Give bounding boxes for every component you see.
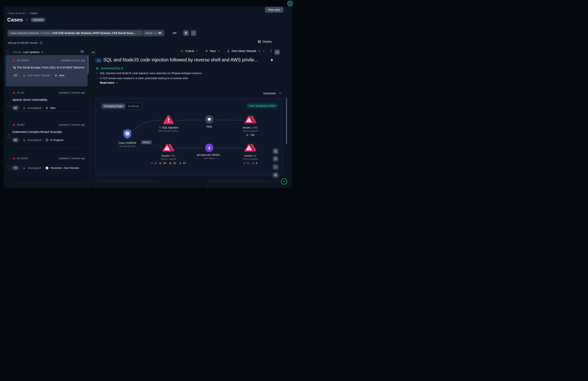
- case-checkbox[interactable]: [7, 166, 11, 169]
- case-more-options-button[interactable]: [271, 49, 272, 53]
- case-id: ID-13638: [17, 157, 28, 160]
- case-checkbox[interactable]: [7, 69, 11, 73]
- case-status: New: [50, 106, 55, 109]
- case-updated: Updated 2 months ago: [59, 91, 85, 94]
- graph-fit-view-button[interactable]: [273, 172, 278, 178]
- graph-node-sql-injection[interactable]: SQL Injection SQL injection (SQLi): [149, 115, 188, 132]
- detail-scrollbar[interactable]: [286, 98, 287, 144]
- sort-direction-button[interactable]: [80, 50, 84, 54]
- section-selector-dropdown[interactable]: Overview: [263, 92, 282, 95]
- case-title[interactable]: Apache Struts Vulnerability: [12, 98, 85, 101]
- assignee-icon: [23, 167, 25, 169]
- user-icon: [205, 144, 213, 152]
- new-case-button[interactable]: New case: [265, 7, 283, 13]
- graph-node-case[interactable]: Case #109203 Security Domain: [108, 128, 147, 147]
- ai-summary-bullet: SQL injection and NodeJS code injection …: [100, 72, 202, 75]
- case-checkbox[interactable]: [7, 135, 11, 138]
- filter-field: Case Detection Methods: [10, 32, 39, 35]
- tab-evidence[interactable]: Evidence: [126, 103, 141, 109]
- display-label: Display: [262, 40, 272, 43]
- node-name: Issues (78): [149, 154, 187, 157]
- unsaved-badge: Unsaved: [31, 18, 45, 22]
- severity-critical-icon: [12, 123, 16, 126]
- graph-node-user[interactable]: arn:aws:sts::00304... User Name: [190, 144, 228, 159]
- collapse-panel-icon: [92, 51, 95, 54]
- main-panel: Cases & Issues › Cases Cases Unsaved New…: [4, 6, 292, 188]
- filter-condition-detection-methods[interactable]: Case Detection Methods Contains CAS CVE …: [8, 30, 143, 36]
- favorite-star-icon[interactable]: ★: [270, 58, 273, 62]
- node-name: Case #109203: [108, 141, 147, 144]
- list-scrollbar[interactable]: [87, 55, 88, 74]
- read-more-button[interactable]: Read more: [100, 81, 118, 84]
- filter-value: CAS CVE Scanner, IaC Scanner, SAST Scann…: [52, 32, 135, 35]
- refresh-icon[interactable]: [40, 41, 42, 44]
- filter-condition-score[interactable]: Score >= 60: [143, 30, 164, 36]
- severity-count-badges: 2 19 10 47: [149, 161, 187, 165]
- case-score-badge: 90: [12, 106, 19, 110]
- breadcrumb-root[interactable]: Cases & Issues: [7, 12, 25, 15]
- chevron-down-icon[interactable]: [217, 50, 220, 52]
- case-checkbox[interactable]: [7, 103, 11, 106]
- assignee-icon: [227, 49, 230, 53]
- node-name: Issues (749): [231, 126, 269, 129]
- help-button[interactable]: ?: [281, 178, 287, 184]
- case-status: New: [59, 74, 64, 77]
- case-grouping-active-badge: Case grouping is active: [246, 103, 278, 108]
- delete-filter-button[interactable]: [183, 30, 189, 36]
- divider: [12, 148, 85, 148]
- node-sub: Click to expand: [149, 158, 187, 160]
- assignee-icon: [23, 74, 25, 77]
- case-status: In Progress: [50, 139, 63, 141]
- sort-dropdown[interactable]: Last Updated: [23, 51, 43, 54]
- grouping-graph-panel: Grouping Graph Evidence Case grouping is…: [95, 98, 283, 176]
- case-assignee-dropdown[interactable]: Oren Maoz Sharabi: [232, 49, 256, 53]
- case-updated: Updated 2 months ago: [59, 123, 85, 126]
- case-updated: Updated 4 hours ago: [61, 59, 85, 62]
- host-monitor-icon: [205, 115, 213, 123]
- case-status-dropdown[interactable]: New: [210, 49, 216, 53]
- minus-icon: [274, 166, 277, 168]
- case-severity-dropdown[interactable]: Critical: [185, 49, 194, 53]
- severity-critical-icon: [12, 157, 16, 160]
- case-title[interactable]: Kubernetes Complex Breach Example: [12, 130, 85, 134]
- title-chevron-down-icon[interactable]: [25, 18, 28, 21]
- app-logo-icon: [287, 1, 293, 6]
- alert-triangles-stack-icon: [231, 115, 269, 124]
- node-name: SQL Injection: [149, 126, 188, 129]
- shield-alert-icon: [108, 128, 147, 140]
- tab-grouping-graph[interactable]: Grouping Graph: [102, 103, 125, 109]
- graph-node-issues-749[interactable]: Issues (749) Click to expand 749: [231, 115, 269, 137]
- divider: [180, 31, 180, 36]
- filter-more-options-button[interactable]: [191, 30, 196, 36]
- clear-assignee-icon[interactable]: ✕: [258, 50, 260, 53]
- case-assignee: Oren Maoz Sharabi: [27, 74, 50, 77]
- status-new-icon: [205, 49, 208, 53]
- plus-icon: [274, 157, 277, 160]
- graph-node-host[interactable]: Host: [190, 115, 228, 128]
- severity-critical-icon: [180, 49, 184, 53]
- search-icon: [274, 150, 277, 153]
- filter-group: Case Detection Methods Contains CAS CVE …: [7, 30, 164, 36]
- graph-zoom-out-button[interactable]: [273, 164, 278, 170]
- status-resolved-icon: [45, 166, 49, 170]
- chevron-down-icon[interactable]: [262, 50, 265, 52]
- collapse-detail-panel-button[interactable]: [274, 49, 280, 55]
- node-sub: SQL injection (SQLi): [149, 130, 188, 132]
- case-id: ID-109203: [17, 59, 29, 62]
- breadcrumb-current[interactable]: Cases: [30, 12, 38, 15]
- breadcrumb-separator: ›: [27, 12, 28, 15]
- display-settings-button[interactable]: Display: [258, 40, 272, 43]
- severity-critical-icon: [151, 162, 153, 164]
- chevron-down-icon[interactable]: [196, 50, 199, 52]
- graph-zoom-in-button[interactable]: [273, 156, 278, 161]
- graph-node-issues-78[interactable]: Issues (78) Click to expand 2 19 10 47: [149, 143, 187, 165]
- node-sub: Click to expand: [231, 130, 269, 132]
- divider: [12, 112, 85, 112]
- case-title[interactable]: 🎭 The Great Escape: From SQLi to Full AW…: [12, 66, 85, 69]
- select-all-checkbox[interactable]: [6, 51, 9, 54]
- collapse-list-panel-button[interactable]: [90, 50, 96, 55]
- graph-search-button[interactable]: [273, 148, 278, 154]
- filter-joiner[interactable]: OR: [173, 32, 177, 35]
- graph-node-issues-9[interactable]: Issues (9) Click to expand 1 8: [231, 143, 269, 165]
- app-page: Cases & Issues › Cases Cases Unsaved New…: [0, 0, 294, 191]
